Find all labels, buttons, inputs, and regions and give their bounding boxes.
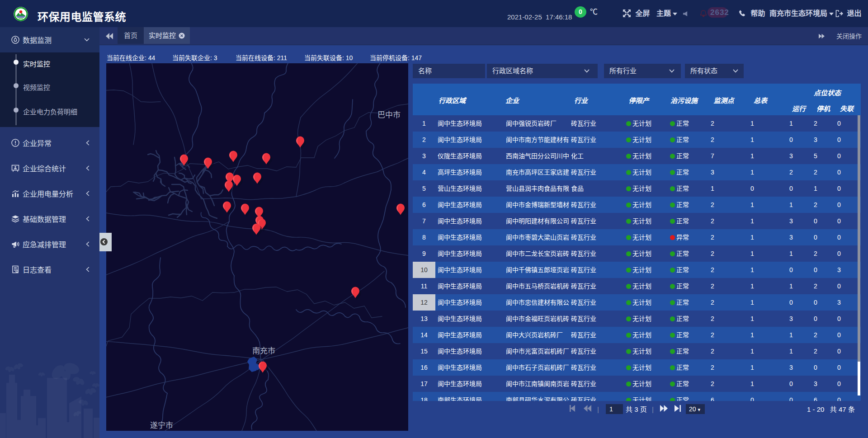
svg-text:巴中市: 巴中市 [377,111,401,119]
svg-text:南充市: 南充市 [252,347,275,355]
svg-text:遂宁市: 遂宁市 [150,421,173,430]
